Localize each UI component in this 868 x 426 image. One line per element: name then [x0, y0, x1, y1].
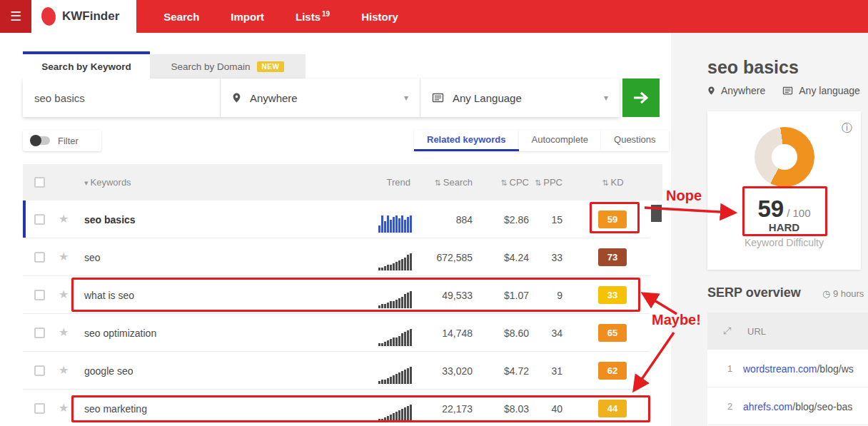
- keyword-input[interactable]: [34, 92, 208, 104]
- trend-bar: [398, 372, 400, 384]
- col-keywords[interactable]: ▾Keywords: [84, 177, 131, 188]
- serp-row[interactable]: 1wordstream.com/blog/ws: [707, 350, 868, 387]
- tab-search-by-domain[interactable]: Search by Domain NEW: [150, 54, 306, 78]
- filter-toggle[interactable]: Filter: [23, 130, 101, 151]
- trend-bar: [395, 374, 398, 384]
- sidebar-location: Anywhere: [721, 85, 765, 96]
- kd-badge: 33: [598, 286, 627, 304]
- row-checkbox[interactable]: [34, 214, 45, 225]
- toggle-switch-icon[interactable]: [31, 136, 50, 145]
- row-checkbox[interactable]: [34, 403, 45, 414]
- kwfinder-logo-icon: [40, 6, 56, 27]
- brand-logo[interactable]: KWFinder: [31, 0, 136, 33]
- kd-badge: 65: [598, 324, 627, 342]
- star-icon[interactable]: ★: [59, 212, 69, 225]
- hamburger-menu-button[interactable]: ☰: [0, 0, 31, 33]
- tab-related-keywords[interactable]: Related keywords: [414, 130, 519, 151]
- trend-bar: [381, 304, 383, 308]
- ppc-cell: 15: [520, 214, 562, 225]
- serp-row[interactable]: 2ahrefs.com/blog/seo-bas: [707, 387, 868, 425]
- trend-bar: [384, 304, 386, 308]
- clock-icon: ◷: [822, 288, 830, 299]
- difficulty-max: / 100: [787, 207, 810, 219]
- table-header: ▾Keywords Trend ⇅Search ⇅CPC ⇅PPC ⇅KD: [23, 164, 662, 201]
- trend-bar: [378, 305, 380, 308]
- language-select[interactable]: Any Language ▾: [420, 78, 620, 117]
- trend-bar: [398, 260, 400, 270]
- sort-icon: ⇅: [602, 178, 608, 187]
- trend-bar: [384, 380, 386, 384]
- trend-bar: [381, 419, 383, 422]
- search-submit-button[interactable]: [622, 78, 660, 117]
- tab-search-by-keyword[interactable]: Search by Keyword: [23, 51, 150, 78]
- sort-icon: ⇅: [500, 178, 507, 187]
- table-row[interactable]: ★seo optimization14,748$8.603465: [23, 314, 650, 352]
- info-icon[interactable]: ⓘ: [842, 121, 852, 135]
- star-icon[interactable]: ★: [59, 250, 69, 263]
- row-checkbox[interactable]: [34, 328, 45, 338]
- star-icon[interactable]: ★: [59, 363, 69, 377]
- location-pin-icon: [232, 92, 241, 103]
- trend-bar: [387, 303, 389, 308]
- sort-icon: ⇅: [535, 178, 541, 187]
- search-arrow-icon: [632, 91, 650, 104]
- star-icon[interactable]: ★: [59, 401, 69, 415]
- trend-bar: [378, 343, 380, 346]
- trend-bar: [395, 300, 398, 308]
- table-row[interactable]: ★seo basics884$2.861559: [23, 201, 650, 238]
- keyword-cell: google seo: [84, 365, 133, 377]
- nav-item-lists[interactable]: Lists19: [280, 10, 345, 23]
- kd-badge: 62: [598, 362, 627, 380]
- annotation-nope-text: Nope: [666, 188, 702, 204]
- kd-badge: 44: [598, 400, 627, 417]
- serp-table-header: ⤢ URL: [707, 313, 868, 350]
- ppc-cell: 9: [520, 290, 562, 301]
- trend-bar: [387, 416, 389, 422]
- search-volume-cell: 22,173: [401, 403, 473, 415]
- nav-item-search[interactable]: Search: [148, 11, 215, 23]
- sort-desc-icon: ▾: [84, 178, 89, 187]
- brand-name: KWFinder: [62, 9, 119, 24]
- difficulty-level: HARD: [707, 221, 861, 233]
- serp-domain-link[interactable]: wordstream.com: [743, 363, 817, 375]
- sort-icon: ⇅: [435, 178, 441, 187]
- table-row[interactable]: ★what is seo49,533$1.07933: [23, 276, 650, 314]
- trend-bar: [395, 412, 398, 422]
- table-row[interactable]: ★seo marketing22,173$8.034044: [23, 390, 650, 426]
- trend-bar: [390, 220, 392, 233]
- sidebar-keyword-title: seo basics: [707, 57, 799, 78]
- tab-questions[interactable]: Questions: [601, 130, 669, 151]
- expand-icon[interactable]: ⤢: [723, 325, 731, 337]
- keyword-cell: seo marketing: [84, 403, 147, 415]
- trend-bar: [384, 221, 386, 233]
- ppc-cell: 40: [520, 403, 562, 415]
- lists-count-badge: 19: [322, 10, 330, 18]
- col-ppc[interactable]: ⇅PPC: [520, 177, 562, 188]
- trend-bar: [393, 301, 395, 308]
- col-search[interactable]: ⇅Search: [401, 177, 473, 188]
- row-checkbox[interactable]: [34, 365, 45, 376]
- row-checkbox[interactable]: [34, 252, 45, 263]
- scrollbar-thumb[interactable]: [651, 205, 662, 222]
- serp-url: wordstream.com/blog/ws: [743, 363, 868, 375]
- location-select[interactable]: Anywhere ▾: [220, 78, 420, 117]
- table-row[interactable]: ★google seo33,020$4.723162: [23, 352, 650, 390]
- trend-bar: [390, 377, 392, 384]
- star-icon[interactable]: ★: [59, 325, 69, 339]
- keyword-field[interactable]: [23, 78, 220, 117]
- col-kd[interactable]: ⇅KD: [594, 177, 632, 188]
- serp-rank: 1: [727, 363, 732, 374]
- nav-item-history[interactable]: History: [345, 11, 414, 23]
- select-all-checkbox[interactable]: [34, 177, 45, 188]
- serp-table: ⤢ URL 1wordstream.com/blog/ws2ahrefs.com…: [707, 313, 868, 426]
- annotation-maybe-text: Maybe!: [652, 312, 701, 328]
- nav-item-import[interactable]: Import: [215, 11, 280, 23]
- tab-autocomplete[interactable]: Autocomplete: [519, 130, 602, 151]
- trend-bar: [393, 413, 395, 422]
- serp-domain-link[interactable]: ahrefs.com: [743, 401, 792, 412]
- table-row[interactable]: ★seo672,585$4.243373: [23, 238, 650, 276]
- trend-bar: [378, 381, 380, 384]
- language-flag-icon: [782, 86, 793, 96]
- star-icon[interactable]: ★: [59, 288, 69, 301]
- row-checkbox[interactable]: [34, 290, 45, 300]
